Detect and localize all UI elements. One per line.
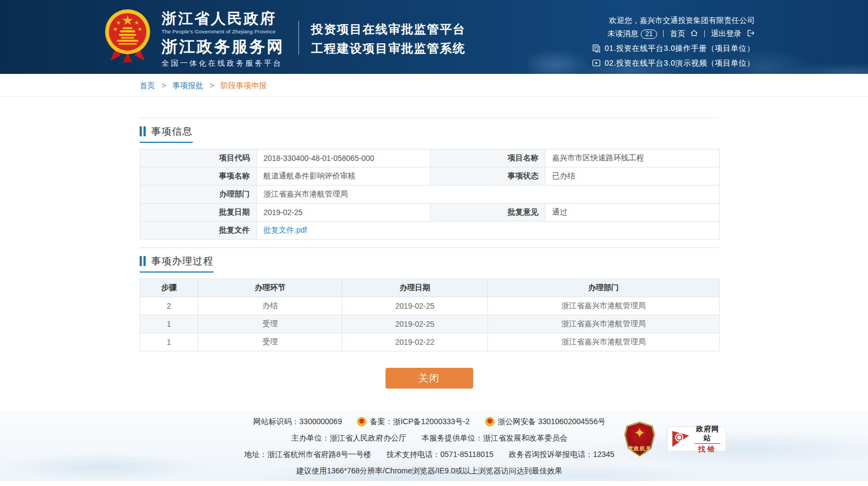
table-row: 事项名称 航道通航条件影响评价审核 事项状态 已办结 xyxy=(140,167,720,186)
unread-messages-link[interactable]: 未读消息21 xyxy=(607,26,657,40)
breadcrumb: 首页 > 事项报批 > 阶段事项申报 xyxy=(0,74,868,97)
project-code-value: 2018-330400-48-01-058065-000 xyxy=(257,149,430,167)
find-error-divider xyxy=(695,443,720,444)
breadcrumb-home-link[interactable]: 首页 xyxy=(140,81,155,90)
close-button[interactable]: 关闭 xyxy=(386,368,473,389)
step-cell: 2 xyxy=(140,297,198,315)
breadcrumb-separator: > xyxy=(210,81,214,90)
stage-cell: 办结 xyxy=(198,297,342,315)
project-name-label: 项目名称 xyxy=(430,149,545,167)
emblem-icon xyxy=(357,417,366,426)
breadcrumb-current: 阶段事项申报 xyxy=(221,81,267,90)
approval-file-link[interactable]: 批复文件.pdf xyxy=(263,225,307,234)
section-bars-icon xyxy=(140,256,146,266)
find-error-text: 政府网站 找错 xyxy=(694,424,721,454)
step-cell: 1 xyxy=(140,333,198,351)
table-row: 批复日期 2019-02-25 批复意见 通过 xyxy=(140,204,720,222)
browser-tip-text: 建议使用1366*768分辨率/Chrome浏览器/IE9.0或以上浏览器访问达… xyxy=(296,462,562,479)
portal-name: 浙江政务服务网 xyxy=(162,37,284,56)
dept-cell: 浙江省嘉兴市港航管理局 xyxy=(488,315,720,333)
find-error-label: 找错 xyxy=(694,444,721,454)
platform-title-2: 工程建设项目审批监管系统 xyxy=(311,39,465,58)
col-step: 步骤 xyxy=(140,279,198,297)
complaint-phone-text: 政务咨询投诉举报电话：12345 xyxy=(509,446,614,462)
user-area: 欢迎您，嘉兴市交通投资集团有限责任公司 未读消息21 首页 退出登录 xyxy=(592,14,755,70)
organizer-text: 主办单位：浙江省人民政府办公厅 xyxy=(291,430,406,446)
unread-count-badge: 21 xyxy=(641,30,657,39)
shield-star-icon: ✦ xyxy=(624,425,655,441)
item-info-section: 事项信息 项目代码 2018-330400-48-01-058065-000 项… xyxy=(140,118,719,240)
welcome-text: 欢迎您，嘉兴市交通投资集团有限责任公司 xyxy=(592,14,755,26)
table-row: 1 受理 2019-02-22 浙江省嘉兴市港航管理局 xyxy=(140,333,720,351)
logout-link-label: 退出登录 xyxy=(711,29,741,38)
logout-link[interactable]: 退出登录 xyxy=(711,26,755,40)
dept-cell: 浙江省嘉兴市港航管理局 xyxy=(488,333,720,351)
col-stage: 办理环节 xyxy=(198,279,342,297)
item-status-label: 事项状态 xyxy=(430,167,545,186)
vertical-separator xyxy=(704,30,705,37)
home-link-label: 首页 xyxy=(670,29,685,38)
table-row: 批复文件 批复文件.pdf xyxy=(140,222,720,240)
table-row: 项目代码 2018-330400-48-01-058065-000 项目名称 嘉… xyxy=(140,149,720,167)
col-date: 办理日期 xyxy=(342,279,488,297)
item-name-label: 事项名称 xyxy=(140,167,257,186)
main-content: 事项信息 项目代码 2018-330400-48-01-058065-000 项… xyxy=(140,97,719,409)
icp-text: 备案：浙ICP备12000333号-2 xyxy=(370,413,469,430)
button-row: 关闭 xyxy=(140,368,719,409)
platform-titles: 投资项目在线审批监管平台 工程建设项目审批监管系统 xyxy=(311,20,465,58)
home-icon xyxy=(690,29,698,37)
document-icon xyxy=(592,44,601,53)
manual-link[interactable]: 01.投资在线平台3.0操作手册（项目单位） xyxy=(605,41,755,55)
date-cell: 2019-02-25 xyxy=(342,315,488,333)
vertical-separator xyxy=(663,30,664,37)
site-id-text: 网站标识码：3300000069 xyxy=(254,413,342,430)
project-code-label: 项目代码 xyxy=(140,149,257,167)
page: 浙江省人民政府 The People's Government of Zheji… xyxy=(0,0,868,486)
date-cell: 2019-02-25 xyxy=(342,297,488,315)
project-name-value: 嘉兴市市区快速路环线工程 xyxy=(545,149,720,167)
process-section-head: 事项办理过程 xyxy=(140,254,214,273)
dept-cell: 浙江省嘉兴市港航管理局 xyxy=(488,297,720,315)
find-error-title: 政府网站 xyxy=(694,424,721,443)
approval-file-cell: 批复文件.pdf xyxy=(257,222,720,240)
approval-file-label: 批复文件 xyxy=(140,222,257,240)
item-name-value: 航道通航条件影响评价审核 xyxy=(257,167,430,186)
police-group: 浙公网安备 33010602004556号 xyxy=(485,413,606,430)
logout-icon xyxy=(746,29,755,37)
brand-block: 浙江省人民政府 The People's Government of Zheji… xyxy=(104,8,465,68)
brand-text: 浙江省人民政府 The People's Government of Zheji… xyxy=(162,8,284,68)
manual-row: 01.投资在线平台3.0操作手册（项目单位） xyxy=(592,41,755,55)
table-header-row: 步骤 办理环节 办理日期 办理部门 xyxy=(140,279,720,297)
approval-opinion-label: 批复意见 xyxy=(430,204,545,222)
process-title: 事项办理过程 xyxy=(151,254,214,268)
table-row: 1 受理 2019-02-25 浙江省嘉兴市港航管理局 xyxy=(140,315,720,333)
date-cell: 2019-02-22 xyxy=(342,333,488,351)
police-badge-icon xyxy=(485,417,495,426)
item-status-value: 已办结 xyxy=(545,167,720,186)
step-cell: 1 xyxy=(140,315,198,333)
icp-group: 备案：浙ICP备12000333号-2 xyxy=(357,413,469,430)
website-error-report-badge[interactable]: 政府网站 找错 xyxy=(667,426,726,452)
approval-date-value: 2019-02-25 xyxy=(257,204,430,222)
item-info-table: 项目代码 2018-330400-48-01-058065-000 项目名称 嘉… xyxy=(140,149,720,240)
magnifier-flag-icon xyxy=(671,429,691,449)
item-info-title: 事项信息 xyxy=(151,125,193,138)
gov-name-en: The People's Government of Zhejiang Prov… xyxy=(162,28,284,34)
col-dept: 办理部门 xyxy=(488,279,720,297)
home-link[interactable]: 首页 xyxy=(670,26,698,40)
section-bars-icon xyxy=(140,126,146,136)
table-row: 办理部门 浙江省嘉兴市港航管理局 xyxy=(140,186,720,204)
dept-value: 浙江省嘉兴市港航管理局 xyxy=(257,186,720,204)
video-link[interactable]: 02.投资在线平台3.0演示视频（项目单位） xyxy=(605,56,755,70)
process-table: 步骤 办理环节 办理日期 办理部门 2 办结 2019-02-25 浙江省嘉兴市… xyxy=(140,279,720,351)
stage-cell: 受理 xyxy=(198,333,342,351)
breadcrumb-item-approval-link[interactable]: 事项报批 xyxy=(173,81,203,90)
item-info-section-head: 事项信息 xyxy=(140,125,193,143)
address-text: 地址：浙江省杭州市省府路8号一号楼 xyxy=(244,446,371,462)
approval-date-label: 批复日期 xyxy=(140,204,257,222)
footer-line-4: 建议使用1366*768分辨率/Chrome浏览器/IE9.0或以上浏览器访问达… xyxy=(140,462,719,479)
site-footer: 网站标识码：3300000069 备案：浙ICP备12000333号-2 浙公网… xyxy=(0,409,868,481)
platform-title-1: 投资项目在线审批监管平台 xyxy=(311,20,465,39)
bottom-spacer xyxy=(0,481,868,486)
approval-opinion-value: 通过 xyxy=(545,204,720,222)
